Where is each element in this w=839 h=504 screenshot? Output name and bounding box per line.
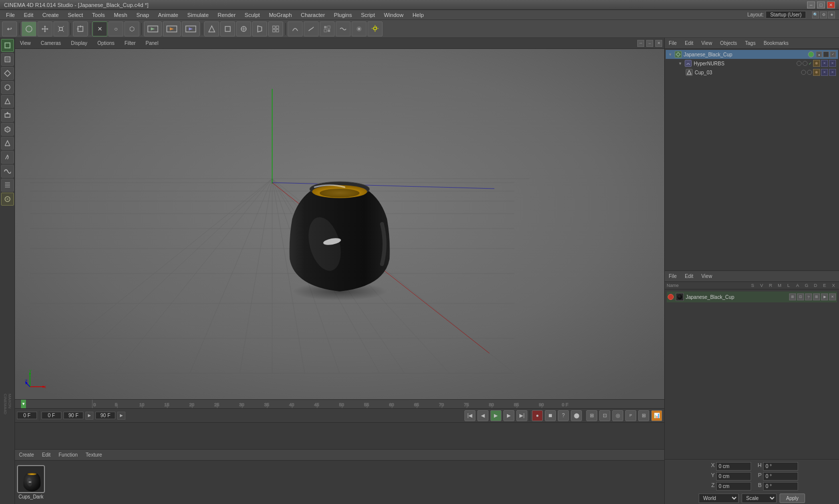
frame-range-toggle[interactable]: ▶ bbox=[85, 412, 93, 420]
points-mode-button[interactable]: ○ bbox=[108, 21, 123, 36]
hypernurbs-dot-2[interactable] bbox=[803, 61, 808, 66]
render-settings-button[interactable] bbox=[182, 21, 200, 36]
record-button[interactable]: ● bbox=[532, 410, 543, 421]
frame-start-input[interactable] bbox=[41, 412, 61, 419]
mat-menu-create[interactable]: Create bbox=[17, 452, 36, 458]
attr-action-2[interactable]: ⊡ bbox=[797, 293, 804, 300]
material-thumbnail[interactable] bbox=[17, 465, 45, 493]
layout-icon-gear[interactable]: ⚙ bbox=[820, 11, 827, 18]
object-tag-1[interactable] bbox=[823, 51, 829, 57]
hypernurbs-tag-1[interactable]: ⊕ bbox=[813, 60, 820, 67]
frame-rate-toggle[interactable]: ▶ bbox=[117, 412, 125, 420]
minimize-button[interactable]: – bbox=[807, 1, 815, 8]
om-menu-file[interactable]: File bbox=[667, 40, 679, 46]
sidebar-btn-1[interactable] bbox=[1, 53, 14, 66]
front-view-button[interactable] bbox=[236, 21, 251, 36]
menu-snap[interactable]: Snap bbox=[132, 11, 153, 19]
mat-menu-function[interactable]: Function bbox=[56, 452, 79, 458]
go-to-end-button[interactable]: ▶| bbox=[516, 410, 527, 421]
sidebar-btn-7[interactable] bbox=[1, 137, 14, 150]
menu-create[interactable]: Create bbox=[38, 11, 63, 19]
attr-action-6[interactable]: ✕ bbox=[829, 293, 836, 300]
track-button[interactable]: ⊡ bbox=[599, 410, 610, 421]
coord-h-input[interactable] bbox=[763, 462, 798, 471]
light-button[interactable] bbox=[368, 21, 383, 36]
attr-menu-file[interactable]: File bbox=[667, 273, 679, 279]
sidebar-btn-grid[interactable] bbox=[1, 179, 14, 192]
maximize-button[interactable]: □ bbox=[817, 1, 825, 8]
menu-animate[interactable]: Animate bbox=[154, 11, 182, 19]
go-to-start-button[interactable]: |◀ bbox=[464, 410, 475, 421]
object-expand-icon-2[interactable]: ▼ bbox=[678, 61, 683, 66]
quad-view-button[interactable] bbox=[268, 21, 283, 36]
menu-tools[interactable]: Tools bbox=[88, 11, 109, 19]
coord-b-input[interactable] bbox=[763, 482, 798, 491]
coord-p-input[interactable] bbox=[763, 472, 798, 481]
render-region-button[interactable] bbox=[144, 21, 162, 36]
om-menu-tags[interactable]: Tags bbox=[743, 40, 758, 46]
mat-menu-texture[interactable]: Texture bbox=[84, 452, 104, 458]
undo-button[interactable]: ↩ bbox=[2, 21, 17, 36]
hypernurbs-check[interactable]: ✓ bbox=[809, 61, 812, 66]
active-mode-icon[interactable] bbox=[1, 39, 14, 52]
menu-edit[interactable]: Edit bbox=[20, 11, 37, 19]
menu-select[interactable]: Select bbox=[64, 11, 87, 19]
menu-character[interactable]: Character bbox=[297, 11, 329, 19]
hypernurbs-tag-2[interactable]: ✕ bbox=[821, 60, 828, 67]
attr-action-5[interactable]: ▶ bbox=[821, 293, 828, 300]
layout-icon-search[interactable]: 🔍 bbox=[812, 11, 819, 18]
om-menu-objects[interactable]: Objects bbox=[718, 40, 739, 46]
edges-mode-button[interactable]: ⬡ bbox=[124, 21, 139, 36]
vp-icon-expand[interactable]: ↔ bbox=[637, 40, 644, 47]
side-view-button[interactable] bbox=[252, 21, 267, 36]
paint-button[interactable] bbox=[352, 21, 367, 36]
object-mode-button[interactable]: ✕ bbox=[92, 21, 107, 36]
perspective-view-button[interactable] bbox=[204, 21, 219, 36]
sidebar-btn-2[interactable] bbox=[1, 67, 14, 80]
sculpt-button[interactable] bbox=[336, 21, 351, 36]
top-view-button[interactable] bbox=[220, 21, 235, 36]
object-list[interactable]: ▼ Japanese_Black_Cup ● ✓ ▼ bbox=[665, 49, 839, 270]
om-menu-view[interactable]: View bbox=[699, 40, 714, 46]
new-object-button[interactable] bbox=[73, 21, 88, 36]
vp-menu-display[interactable]: Display bbox=[68, 40, 90, 46]
loop-button[interactable]: ⊞ bbox=[586, 410, 597, 421]
key-selected-button[interactable]: ⬤ bbox=[571, 410, 582, 421]
menu-plugins[interactable]: Plugins bbox=[330, 11, 356, 19]
object-row-hypernurbs[interactable]: ▼ HyperNURBS ✓ ⊕ ✕ ✕ bbox=[666, 59, 838, 68]
next-frame-button[interactable]: ▶ bbox=[503, 410, 514, 421]
mat-menu-edit[interactable]: Edit bbox=[40, 452, 52, 458]
cup03-dot-1[interactable] bbox=[801, 70, 806, 75]
coord-x-input[interactable] bbox=[716, 462, 751, 471]
attr-action-3[interactable]: ? bbox=[805, 293, 812, 300]
cup03-tag-2[interactable]: ✕ bbox=[821, 69, 828, 76]
sidebar-btn-9[interactable] bbox=[1, 165, 14, 178]
vp-menu-panel[interactable]: Panel bbox=[143, 40, 162, 46]
vp-icon-minimize[interactable]: – bbox=[646, 40, 653, 47]
vp-menu-options[interactable]: Options bbox=[94, 40, 117, 46]
render-button[interactable] bbox=[163, 21, 181, 36]
menu-window[interactable]: Window bbox=[380, 11, 408, 19]
vp-menu-cameras[interactable]: Cameras bbox=[38, 40, 64, 46]
fcurve-button[interactable]: ⊞ bbox=[638, 410, 649, 421]
sidebar-btn-cube[interactable] bbox=[1, 123, 14, 136]
coord-z-input[interactable] bbox=[716, 482, 751, 491]
move-tool-button[interactable] bbox=[37, 21, 52, 36]
sidebar-btn-3[interactable] bbox=[1, 81, 14, 94]
menu-mograph[interactable]: MoGraph bbox=[265, 11, 296, 19]
cup03-tag-3[interactable]: ✕ bbox=[829, 69, 836, 76]
motion-button[interactable]: ◎ bbox=[612, 410, 623, 421]
pose-button[interactable]: P bbox=[625, 410, 636, 421]
sidebar-btn-round[interactable] bbox=[1, 193, 14, 206]
om-menu-bookmarks[interactable]: Bookmarks bbox=[762, 40, 791, 46]
object-row-cup03[interactable]: Cup_03 ⊕ ✕ ✕ bbox=[666, 68, 838, 77]
object-render-icon[interactable]: ● bbox=[816, 51, 822, 57]
cup03-tag-1[interactable]: ⊕ bbox=[813, 69, 820, 76]
menu-script[interactable]: Script bbox=[357, 11, 379, 19]
layout-icon-bookmark[interactable]: ★ bbox=[828, 11, 835, 18]
attr-menu-view[interactable]: View bbox=[699, 273, 714, 279]
attr-material-row[interactable]: Japanese_Black_Cup ⊞ ⊡ ? ⊞ ▶ ✕ bbox=[667, 291, 837, 302]
attr-action-1[interactable]: ⊞ bbox=[789, 293, 796, 300]
hypernurbs-dot-1[interactable] bbox=[797, 61, 802, 66]
menu-help[interactable]: Help bbox=[409, 11, 428, 19]
